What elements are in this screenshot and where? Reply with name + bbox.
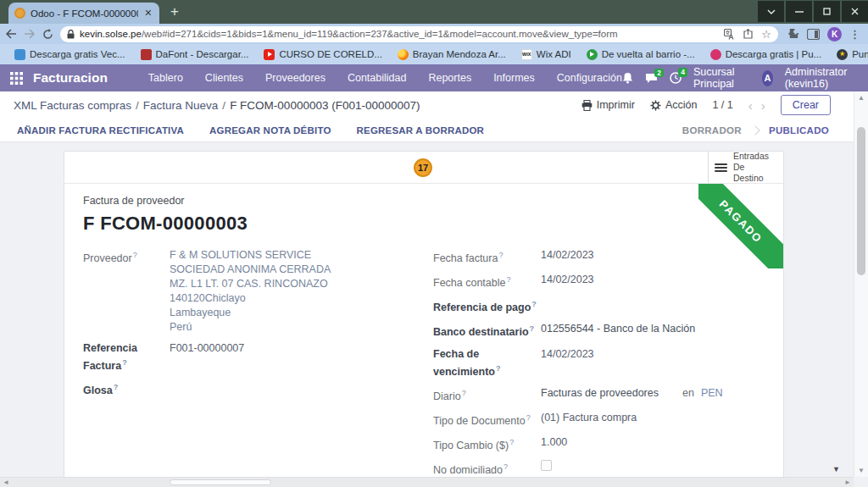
scroll-right-icon[interactable]: ►	[842, 479, 854, 486]
dest-line1: Entradas De	[733, 151, 769, 172]
breadcrumb-link[interactable]: Factura Nueva	[143, 99, 219, 112]
bookmark-item[interactable]: De vuelta al barrio -...	[581, 47, 701, 62]
attachment-count-badge[interactable]: 17	[414, 158, 432, 177]
browser-tab[interactable]: Odoo - F FCOM-00000003 (F001 ×	[8, 3, 159, 24]
dest-line2: Destino	[733, 173, 764, 183]
field-tipo-documento: Tipo de Documento? (01) Factura compra	[433, 411, 765, 429]
new-tab-button[interactable]: +	[164, 2, 185, 22]
print-button[interactable]: Imprimir	[581, 99, 635, 111]
horizontal-scrollbar-thumb[interactable]	[170, 479, 271, 485]
journal-value[interactable]: Facturas de proveedores	[541, 386, 659, 404]
app-name[interactable]: Facturacion	[33, 70, 108, 86]
nav-item-informes[interactable]: Informes	[493, 72, 535, 84]
scroll-up-icon[interactable]: ▲	[854, 94, 868, 102]
browser-profile-avatar[interactable]: K	[827, 27, 842, 42]
window-close-button[interactable]	[842, 1, 868, 22]
bookmark-item[interactable]: WIXWix ADI	[515, 47, 577, 62]
horizontal-scrollbar[interactable]: ◄ ►	[0, 477, 854, 487]
breadcrumb-link[interactable]: XML Facturas compras	[14, 99, 131, 112]
help-icon: ?	[498, 251, 503, 259]
nav-item-tablero[interactable]: Tablero	[148, 72, 183, 84]
user-menu[interactable]: Administrator (kevin16)	[785, 66, 858, 90]
action-button[interactable]: Acción	[650, 99, 698, 111]
create-button[interactable]: Crear	[781, 95, 831, 115]
refresh-icon[interactable]	[42, 29, 53, 40]
bookmark-item[interactable]: Brayan Mendoza Ar...	[392, 47, 512, 62]
field-no-domiciliado: No domiciliado?	[433, 460, 765, 478]
company-switcher[interactable]: Sucursal Principal	[693, 66, 750, 90]
vecteezy-icon	[14, 49, 25, 60]
play-icon	[587, 49, 598, 60]
scroll-down-icon[interactable]: ▼	[854, 467, 868, 474]
share-icon[interactable]	[743, 29, 754, 39]
field-diario: Diario? Facturas de proveedores en PEN	[433, 386, 765, 404]
help-icon: ?	[506, 275, 510, 284]
activities-clock-icon[interactable]: 4	[670, 72, 682, 84]
bookmark-label: De vuelta al barrio -...	[602, 49, 695, 59]
field-value[interactable]: 14/02/2023	[541, 248, 594, 266]
help-icon: ?	[526, 413, 531, 422]
reset-to-draft-button[interactable]: REGRESAR A BORRADOR	[357, 125, 485, 136]
scroll-left-icon[interactable]: ◄	[0, 479, 12, 486]
window-minimize-button[interactable]	[786, 1, 812, 22]
vertical-scrollbar-thumb[interactable]	[857, 127, 865, 275]
field-value[interactable]: 14/02/2023	[541, 347, 594, 379]
field-value[interactable]: 14/02/2023	[541, 273, 594, 291]
add-debit-note-button[interactable]: AGREGAR NOTA DÉBITO	[209, 125, 331, 136]
field-label: Glosa?	[83, 380, 170, 398]
control-panel: XML Facturas compras / Factura Nueva / F…	[0, 91, 868, 119]
nav-item-contabilidad[interactable]: Contabilidad	[348, 72, 407, 84]
breadcrumb-current: F FCOM-00000003 (F001-00000007)	[230, 99, 420, 112]
bookmark-label: Punto de venta Ven...	[852, 49, 868, 59]
window-maximize-button[interactable]	[814, 1, 840, 22]
partner-value[interactable]: F & M SOLUTIONS SERVICE SOCIEDAD ANONIMA…	[170, 248, 331, 335]
notifications-bell-icon[interactable]	[622, 72, 633, 84]
field-value[interactable]: 1.000	[541, 435, 567, 453]
list-scroll-down-icon[interactable]: ▼	[832, 465, 840, 473]
sidepanel-icon[interactable]	[807, 29, 820, 40]
bookmark-item[interactable]: CURSO DE CORELD...	[258, 47, 387, 62]
field-label: No domiciliado?	[433, 460, 541, 478]
status-publicado: PUBLICADO	[769, 125, 829, 136]
currency-link[interactable]: PEN	[701, 386, 723, 404]
field-value[interactable]: F001-00000007	[170, 341, 244, 374]
window-controls	[758, 1, 868, 22]
back-icon[interactable]	[5, 29, 17, 39]
user-avatar[interactable]: A	[762, 70, 773, 86]
tab-title: Odoo - F FCOM-00000003 (F001	[31, 8, 138, 19]
translate-icon[interactable]	[724, 29, 735, 40]
pager-next-icon[interactable]: ›	[761, 98, 765, 113]
pager-previous-icon[interactable]: ‹	[748, 98, 753, 113]
field-proveedor: Proveedor? F & M SOLUTIONS SERVICE SOCIE…	[83, 248, 351, 335]
bookmark-label: DaFont - Descargar...	[156, 49, 249, 59]
url-text: kevin.solse.pe/web#id=271&cids=1&bids=1&…	[80, 29, 719, 39]
nav-item-clientes[interactable]: Clientes	[205, 72, 243, 84]
browser-menu-icon[interactable]: ⋮	[849, 28, 860, 41]
no-domiciliado-checkbox[interactable]	[541, 460, 552, 471]
field-label: Fecha de vencimiento?	[433, 347, 541, 379]
help-icon: ?	[122, 358, 127, 367]
field-value[interactable]: 012556544 - Banco de la Nación	[541, 322, 695, 340]
nav-item-configuracion[interactable]: Configuración	[557, 72, 622, 84]
field-value[interactable]: (01) Factura compra	[541, 411, 637, 429]
bookmark-item[interactable]: Descarga gratis | Pu...	[704, 47, 828, 62]
add-credit-note-button[interactable]: AÑADIR FACTURA RECTIFICATIVA	[17, 125, 184, 136]
action-label: Acción	[665, 99, 698, 111]
bookmark-item[interactable]: ★Punto de venta Ven...	[831, 47, 868, 62]
destination-entries-button[interactable]: Entradas DeDestino	[708, 152, 783, 183]
bookmark-star-icon[interactable]: ☆	[761, 29, 771, 40]
window-menu-button[interactable]	[758, 1, 784, 22]
tab-close-icon[interactable]: ×	[143, 8, 153, 19]
nav-item-reportes[interactable]: Reportes	[428, 72, 471, 84]
bookmark-item[interactable]: Descarga gratis Vec...	[8, 47, 131, 62]
status-borrador[interactable]: BORRADOR	[682, 125, 742, 136]
apps-grid-icon[interactable]	[10, 72, 23, 85]
messages-icon[interactable]: 2	[645, 73, 658, 84]
forward-icon[interactable]	[24, 29, 36, 39]
vertical-scrollbar[interactable]: ▲ ▼	[854, 91, 868, 477]
url-bar[interactable]: kevin.solse.pe/web#id=271&cids=1&bids=1&…	[60, 26, 778, 42]
bookmark-item[interactable]: DaFont - Descargar...	[135, 47, 255, 62]
extensions-puzzle-icon[interactable]	[787, 28, 799, 40]
field-banco-destinatario: Banco destinatario? 012556544 - Banco de…	[433, 322, 765, 340]
nav-item-proveedores[interactable]: Proveedores	[265, 72, 326, 84]
